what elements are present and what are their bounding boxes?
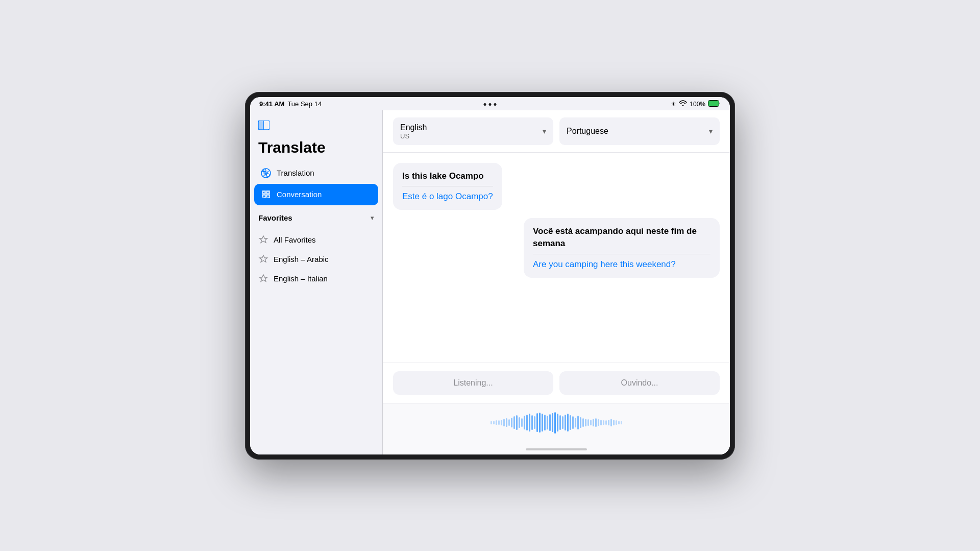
english-arabic-label: English – Arabic bbox=[274, 255, 329, 263]
app-title: Translate bbox=[250, 137, 382, 162]
wave-bar bbox=[613, 420, 615, 425]
wave-bar bbox=[562, 416, 564, 428]
bubble-right-1: Você está acampando aqui neste fim de se… bbox=[524, 218, 720, 277]
source-chevron-icon: ▾ bbox=[543, 127, 546, 135]
wave-bar bbox=[549, 414, 551, 431]
msg-translated-1: Este é o lago Ocampo? bbox=[402, 190, 493, 203]
wave-bar bbox=[506, 418, 507, 427]
english-italian-label: English – Italian bbox=[274, 274, 328, 283]
wave-bar bbox=[516, 415, 518, 430]
wave-bar bbox=[582, 418, 584, 427]
language-bar: English US ▾ Portuguese ▾ bbox=[383, 110, 730, 153]
wave-bar bbox=[554, 412, 556, 434]
wave-bar bbox=[577, 416, 579, 429]
wave-bar bbox=[610, 419, 612, 426]
sidebar-toggle-button[interactable] bbox=[258, 119, 273, 131]
app-container: Translate Translation bbox=[250, 110, 730, 454]
nav-items: Translation Conversation bbox=[250, 162, 382, 205]
svg-point-7 bbox=[266, 174, 270, 177]
wave-bar bbox=[621, 421, 622, 424]
wave-bar bbox=[559, 415, 561, 430]
home-indicator bbox=[383, 445, 730, 454]
wave-bar bbox=[491, 421, 492, 424]
ipad-device: 9:41 AM Tue Sep 14 ☀ 100% bbox=[245, 92, 735, 460]
target-language-selector[interactable]: Portuguese ▾ bbox=[559, 117, 720, 145]
msg-original-1: Is this lake Ocampo bbox=[402, 170, 493, 182]
translation-label: Translation bbox=[277, 169, 314, 177]
wave-bar bbox=[519, 417, 520, 428]
wave-bar bbox=[585, 419, 586, 426]
wave-bar bbox=[603, 420, 604, 425]
favorites-list: All Favorites English – Arabic bbox=[250, 230, 382, 289]
brightness-icon: ☀ bbox=[671, 101, 676, 108]
listening-right-button[interactable]: Ouvindo... bbox=[559, 371, 720, 395]
home-bar bbox=[526, 448, 587, 450]
star-icon-all bbox=[258, 235, 268, 245]
favorites-item-english-italian[interactable]: English – Italian bbox=[254, 269, 378, 289]
battery-icon bbox=[708, 100, 721, 108]
wave-bar bbox=[608, 420, 609, 426]
wave-bar bbox=[513, 416, 515, 428]
ipad-screen: 9:41 AM Tue Sep 14 ☀ 100% bbox=[250, 97, 730, 454]
wave-bar bbox=[605, 420, 607, 424]
waveform-area bbox=[383, 403, 730, 445]
wave-bar bbox=[593, 419, 594, 426]
wave-bar bbox=[595, 418, 597, 427]
conversation-icon bbox=[260, 189, 272, 200]
listening-left-button[interactable]: Listening... bbox=[393, 371, 553, 395]
star-icon-arabic bbox=[258, 254, 268, 265]
favorites-chevron-icon: ▾ bbox=[371, 214, 374, 222]
status-right: ☀ 100% bbox=[671, 100, 721, 108]
bubble-left-1: Is this lake Ocampo Este é o lago Ocampo… bbox=[393, 163, 502, 210]
all-favorites-label: All Favorites bbox=[274, 235, 316, 244]
message-right-1: Você está acampando aqui neste fim de se… bbox=[524, 218, 720, 277]
wave-bar bbox=[616, 420, 617, 424]
svg-point-8 bbox=[263, 191, 265, 194]
sidebar-item-conversation[interactable]: Conversation bbox=[254, 184, 378, 205]
listening-area: Listening... Ouvindo... bbox=[383, 363, 730, 403]
source-language-selector[interactable]: English US ▾ bbox=[393, 117, 553, 145]
wave-bar bbox=[570, 415, 571, 430]
wave-bar bbox=[575, 418, 576, 428]
status-date: Tue Sep 14 bbox=[287, 100, 322, 108]
wave-bar bbox=[557, 414, 558, 432]
svg-point-9 bbox=[267, 191, 269, 194]
wave-bar bbox=[580, 417, 581, 428]
favorites-section: Favorites ▾ bbox=[250, 205, 382, 230]
wave-bar bbox=[567, 414, 569, 432]
conversation-area: Is this lake Ocampo Este é o lago Ocampo… bbox=[383, 153, 730, 363]
wave-bar bbox=[529, 414, 530, 432]
favorites-item-english-arabic[interactable]: English – Arabic bbox=[254, 250, 378, 269]
wifi-icon bbox=[679, 100, 687, 108]
conversation-label: Conversation bbox=[277, 190, 322, 199]
wave-bar bbox=[552, 413, 553, 433]
wave-bar bbox=[496, 420, 497, 425]
message-left-1: Is this lake Ocampo Este é o lago Ocampo… bbox=[393, 163, 502, 210]
three-dots bbox=[484, 103, 497, 106]
wave-bar bbox=[539, 413, 541, 433]
wave-bar bbox=[503, 419, 505, 426]
sidebar-item-translation[interactable]: Translation bbox=[254, 162, 378, 184]
status-time: 9:41 AM bbox=[259, 100, 284, 108]
wave-bar bbox=[547, 416, 548, 429]
favorites-item-all[interactable]: All Favorites bbox=[254, 230, 378, 250]
wave-bar bbox=[521, 418, 523, 427]
sidebar-top bbox=[250, 115, 382, 137]
translation-icon bbox=[260, 167, 272, 179]
favorites-header[interactable]: Favorites ▾ bbox=[258, 213, 374, 222]
wave-bar bbox=[511, 418, 512, 428]
wave-bar bbox=[526, 415, 528, 431]
svg-rect-1 bbox=[708, 101, 719, 106]
wave-bar bbox=[531, 415, 533, 430]
wave-bar bbox=[590, 420, 592, 425]
msg-original-2: Você está acampando aqui neste fim de se… bbox=[533, 225, 710, 250]
favorites-title: Favorites bbox=[258, 213, 292, 222]
star-icon-italian bbox=[258, 274, 268, 284]
wave-bar bbox=[542, 414, 543, 432]
wave-bar bbox=[598, 419, 599, 426]
sidebar: Translate Translation bbox=[250, 110, 383, 454]
source-language-name: English bbox=[400, 123, 427, 132]
source-language-sub: US bbox=[400, 132, 427, 140]
wave-bar bbox=[534, 416, 535, 428]
wave-bar bbox=[587, 419, 589, 426]
